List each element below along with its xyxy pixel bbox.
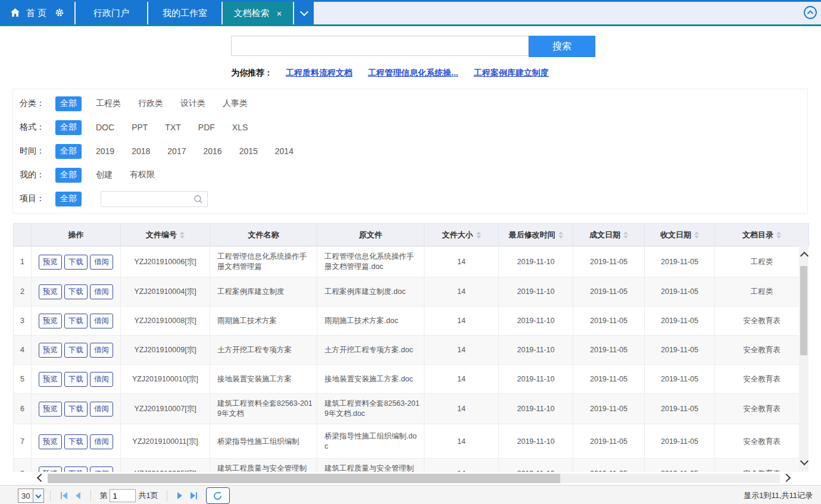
scroll-up-icon[interactable] [800, 252, 808, 260]
gear-icon[interactable] [55, 8, 64, 19]
sort-icon[interactable] [694, 231, 699, 239]
filter-option[interactable]: 行政类 [138, 98, 163, 109]
preview-button[interactable]: 预览 [39, 372, 62, 387]
download-button[interactable]: 下载 [64, 434, 88, 449]
page-number-input[interactable] [110, 489, 136, 502]
borrow-button[interactable]: 借阅 [90, 434, 113, 449]
filter-format: 格式： 全部 DOCPPTTXTPDFXLS [20, 115, 807, 139]
filter-all-button[interactable]: 全部 [55, 192, 82, 206]
preview-button[interactable]: 预览 [39, 314, 62, 328]
filter-option[interactable]: 设计类 [180, 98, 205, 109]
filter-option[interactable]: 2019 [96, 146, 114, 156]
scroll-right-icon[interactable] [782, 474, 791, 482]
download-button[interactable]: 下载 [64, 284, 88, 299]
download-button[interactable]: 下载 [64, 372, 88, 387]
filter-all-button[interactable]: 全部 [55, 96, 82, 111]
project-search-input[interactable] [101, 191, 208, 207]
download-button[interactable]: 下载 [64, 255, 88, 270]
preview-button[interactable]: 预览 [39, 343, 62, 358]
borrow-button[interactable]: 借阅 [90, 255, 113, 270]
chevron-down-icon[interactable] [33, 489, 43, 502]
modified-date: 2019-11-10 [499, 277, 573, 306]
filter-option[interactable]: 有权限 [130, 170, 155, 180]
sort-icon[interactable] [476, 231, 481, 239]
filter-all-button[interactable]: 全部 [55, 120, 82, 135]
column-header: 原文件 [317, 224, 424, 246]
search-button[interactable]: 搜索 [529, 36, 595, 57]
doc-directory: 工程类 [715, 247, 809, 277]
column-header[interactable]: 文件编号 [121, 224, 210, 246]
borrow-button[interactable]: 借阅 [90, 343, 113, 358]
horizontal-scrollbar[interactable] [13, 472, 808, 485]
scroll-left-icon[interactable] [37, 474, 45, 482]
refresh-button[interactable] [206, 487, 230, 504]
filter-option[interactable]: 2014 [275, 146, 294, 156]
filter-option[interactable]: PPT [132, 123, 148, 132]
nav-home[interactable]: 首页 [0, 2, 74, 24]
borrow-button[interactable]: 借阅 [90, 314, 113, 328]
preview-button[interactable]: 预览 [39, 402, 62, 417]
filter-option[interactable]: 工程类 [96, 98, 121, 109]
preview-button[interactable]: 预览 [39, 255, 62, 270]
nav-tabs-row: 首页 行政门户 我的工作室 文档检索 × [0, 2, 821, 24]
filter-option[interactable]: 2016 [203, 146, 221, 156]
row-actions: 预览下载借阅 [32, 394, 121, 424]
tab-document-search[interactable]: 文档检索 × [223, 2, 293, 24]
magnifier-icon[interactable] [193, 195, 203, 206]
filter-option[interactable]: 2015 [239, 146, 258, 156]
borrow-button[interactable]: 借阅 [90, 284, 113, 299]
vertical-scroll-thumb[interactable] [800, 266, 807, 355]
borrow-button[interactable]: 借阅 [90, 372, 113, 387]
recommend-link[interactable]: 工程管理信息化系统操... [368, 68, 458, 79]
modified-date: 2019-11-10 [499, 459, 573, 472]
download-button[interactable]: 下载 [64, 314, 88, 328]
close-tab-icon[interactable]: × [277, 9, 282, 18]
filter-all-button[interactable]: 全部 [55, 168, 82, 183]
preview-button[interactable]: 预览 [39, 434, 62, 449]
horizontal-scroll-thumb[interactable] [48, 474, 560, 483]
download-button[interactable]: 下载 [64, 402, 88, 417]
prev-page-button[interactable] [76, 492, 80, 499]
borrow-button[interactable]: 借阅 [90, 402, 113, 417]
filter-option[interactable]: 2018 [132, 146, 150, 156]
search-input[interactable] [231, 36, 529, 56]
filter-option[interactable]: TXT [165, 123, 180, 132]
filter-option[interactable]: DOC [96, 123, 114, 132]
recommend-link[interactable]: 工程质料流程文档 [286, 68, 352, 79]
page-size-select[interactable]: 30 [18, 489, 44, 503]
next-page-button[interactable] [177, 492, 182, 499]
column-header[interactable]: 最后修改时间 [499, 224, 573, 246]
filter-option[interactable]: PDF [198, 123, 215, 132]
filter-all-button[interactable]: 全部 [55, 144, 82, 159]
column-header[interactable]: 文件大小 [424, 224, 499, 246]
filter-option[interactable]: XLS [232, 123, 248, 132]
sort-icon[interactable] [180, 231, 185, 239]
first-page-button[interactable] [61, 492, 67, 499]
horizontal-scroll-track[interactable] [48, 474, 780, 483]
recommend-link[interactable]: 工程案例库建立制度 [474, 68, 549, 79]
collapse-up-icon[interactable] [803, 5, 817, 20]
sort-icon[interactable] [623, 231, 628, 239]
download-button[interactable]: 下载 [64, 467, 88, 472]
tab-my-studio[interactable]: 我的工作室 [148, 2, 221, 24]
home-icon[interactable] [10, 8, 20, 19]
column-header[interactable]: 成文日期 [573, 224, 645, 246]
scroll-down-icon[interactable] [800, 457, 808, 465]
filter-option[interactable]: 创建 [96, 170, 113, 180]
borrow-button[interactable]: 借阅 [90, 467, 113, 472]
download-button[interactable]: 下载 [64, 343, 88, 358]
column-header[interactable]: 文档目录 [715, 224, 809, 246]
sort-icon[interactable] [776, 231, 781, 239]
filter-option[interactable]: 人事类 [223, 98, 248, 109]
preview-button[interactable]: 预览 [39, 284, 62, 299]
preview-button[interactable]: 预览 [39, 467, 62, 472]
last-page-button[interactable] [191, 492, 197, 499]
sort-icon[interactable] [558, 231, 563, 239]
filter-option[interactable]: 2017 [167, 146, 186, 156]
tab-list-dropdown[interactable] [294, 2, 314, 24]
vertical-scrollbar[interactable] [799, 246, 808, 471]
nav-home-label[interactable]: 首页 [26, 8, 49, 19]
original-file: 建筑工程资料全套82563-2019年文档.doc [317, 394, 424, 424]
tab-admin-portal[interactable]: 行政门户 [76, 2, 147, 24]
column-header[interactable]: 收文日期 [645, 224, 715, 246]
